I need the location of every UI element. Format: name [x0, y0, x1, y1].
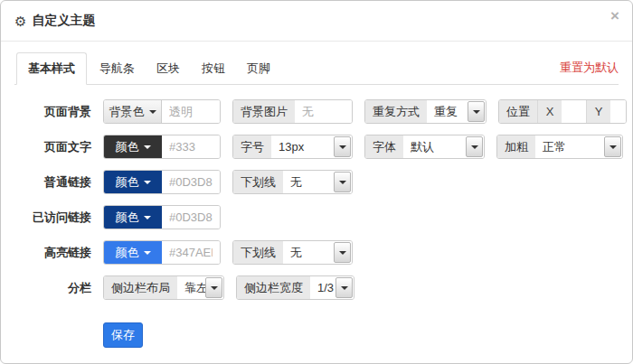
sidebar-width-addon: 侧边栏宽度	[237, 276, 310, 299]
font-family-group: 字体 默认	[364, 135, 485, 159]
highlight-link-color-dropdown-label: 颜色	[116, 245, 139, 261]
text-color-group: 颜色	[103, 135, 221, 159]
position-addon: 位置	[499, 100, 537, 123]
gear-icon: ⚙	[14, 14, 26, 28]
save-button[interactable]: 保存	[103, 322, 143, 348]
highlight-link-underline-select[interactable]: 无	[283, 241, 352, 264]
normal-link-underline-select[interactable]: 无	[283, 171, 352, 193]
sidebar-layout-addon: 侧边栏布局	[104, 276, 177, 299]
sidebar-layout-group: 侧边栏布局 靠左	[103, 275, 224, 300]
position-y-label: Y	[586, 100, 610, 123]
caret-down-icon[interactable]	[334, 172, 351, 192]
form-row-highlight-link: 高亮链接 颜色 下划线 无	[14, 240, 619, 265]
text-color-dropdown-button[interactable]: 颜色	[104, 135, 162, 158]
sidebar-layout-select[interactable]: 靠左	[177, 276, 223, 299]
sidebar-width-select[interactable]: 1/3	[310, 276, 354, 299]
font-size-addon: 字号	[233, 135, 271, 158]
highlight-link-color-dropdown-button[interactable]: 颜色	[104, 241, 162, 264]
bold-addon: 加粗	[497, 135, 535, 158]
dialog-header: ⚙ 自定义主题 ×	[1, 1, 632, 42]
caret-down-icon[interactable]	[468, 101, 485, 122]
tab-button[interactable]: 按钮	[193, 53, 234, 84]
bold-value: 正常	[543, 139, 566, 155]
normal-link-color-dropdown-label: 颜色	[116, 174, 139, 191]
page-text-label: 页面文字	[14, 139, 91, 155]
caret-down-icon	[144, 251, 151, 255]
caret-down-icon[interactable]	[334, 136, 351, 157]
tab-bar: 基本样式 导航条 区块 按钮 页脚 重置为默认	[14, 52, 619, 85]
visited-link-color-group: 颜色	[103, 205, 221, 229]
background-color-dropdown-label: 背景色	[109, 104, 145, 120]
tab-footer[interactable]: 页脚	[238, 53, 279, 84]
background-image-group: 背景图片	[232, 99, 353, 124]
caret-down-icon	[149, 110, 156, 114]
caret-down-icon	[144, 216, 151, 219]
visited-link-color-dropdown-button[interactable]: 颜色	[104, 206, 162, 229]
sidebar-width-value: 1/3	[317, 281, 334, 294]
caret-down-icon[interactable]	[604, 136, 621, 157]
dialog-title: 自定义主题	[32, 13, 95, 29]
form-row-columns: 分栏 侧边栏布局 靠左 侧边栏宽度 1/3	[14, 275, 619, 300]
background-image-input[interactable]	[295, 100, 352, 123]
repeat-mode-select[interactable]: 重复	[427, 100, 486, 123]
highlight-link-underline-group: 下划线 无	[232, 240, 353, 265]
normal-link-color-dropdown-button[interactable]: 颜色	[104, 171, 162, 193]
tab-block[interactable]: 区块	[147, 53, 189, 84]
background-color-input[interactable]	[162, 100, 220, 123]
sidebar-width-group: 侧边栏宽度 1/3	[236, 275, 354, 300]
basic-style-panel: 页面背景 背景色 背景图片 重复方式 重复 位置	[1, 85, 632, 348]
position-y-input[interactable]	[610, 100, 627, 123]
custom-theme-dialog: ⚙ 自定义主题 × 基本样式 导航条 区块 按钮 页脚 重置为默认 页面背景 背…	[0, 0, 633, 364]
visited-link-color-dropdown-label: 颜色	[116, 210, 139, 226]
bold-select[interactable]: 正常	[535, 135, 622, 158]
background-color-group: 背景色	[103, 99, 221, 124]
font-family-select[interactable]: 默认	[403, 135, 484, 158]
page-background-label: 页面背景	[14, 104, 91, 120]
background-color-dropdown-button[interactable]: 背景色	[104, 100, 162, 123]
close-icon[interactable]: ×	[610, 8, 619, 23]
font-size-select[interactable]: 13px	[271, 135, 352, 158]
visited-link-label: 已访问链接	[14, 210, 91, 226]
form-row-normal-link: 普通链接 颜色 下划线 无	[14, 170, 619, 194]
font-size-group: 字号 13px	[232, 135, 353, 159]
repeat-mode-value: 重复	[434, 104, 458, 120]
caret-down-icon[interactable]	[466, 136, 483, 157]
form-row-visited-link: 已访问链接 颜色	[14, 205, 619, 229]
bold-group: 加粗 正常	[496, 135, 623, 159]
repeat-mode-addon: 重复方式	[365, 100, 427, 123]
position-group: 位置 X Y	[498, 99, 627, 124]
background-image-addon: 背景图片	[233, 100, 295, 123]
caret-down-icon[interactable]	[205, 277, 222, 298]
normal-link-underline-group: 下划线 无	[232, 170, 353, 194]
tab-navbar[interactable]: 导航条	[90, 53, 144, 84]
columns-label: 分栏	[14, 280, 91, 296]
highlight-link-label: 高亮链接	[14, 245, 91, 261]
font-family-value: 默认	[411, 139, 434, 155]
highlight-link-color-group: 颜色	[103, 240, 221, 265]
caret-down-icon[interactable]	[335, 277, 353, 298]
form-row-page-background: 页面背景 背景色 背景图片 重复方式 重复 位置	[14, 99, 619, 124]
text-color-input[interactable]	[162, 135, 220, 158]
highlight-link-underline-value: 无	[290, 245, 302, 261]
underline-addon: 下划线	[233, 241, 283, 264]
tab-basic-style[interactable]: 基本样式	[16, 52, 87, 85]
caret-down-icon	[144, 145, 151, 149]
position-x-label: X	[537, 100, 562, 123]
position-x-input[interactable]	[562, 100, 586, 123]
normal-link-label: 普通链接	[14, 174, 91, 191]
text-color-dropdown-label: 颜色	[116, 139, 139, 155]
normal-link-underline-value: 无	[290, 174, 302, 191]
repeat-mode-group: 重复方式 重复	[364, 99, 487, 124]
underline-addon: 下划线	[233, 171, 283, 193]
normal-link-color-input[interactable]	[162, 171, 220, 193]
normal-link-color-group: 颜色	[103, 170, 221, 194]
font-size-value: 13px	[279, 140, 304, 154]
visited-link-color-input[interactable]	[162, 206, 220, 229]
caret-down-icon[interactable]	[334, 242, 351, 263]
font-family-addon: 字体	[365, 135, 403, 158]
reset-to-default-link[interactable]: 重置为默认	[560, 60, 619, 84]
caret-down-icon	[144, 181, 151, 184]
highlight-link-color-input[interactable]	[162, 241, 220, 264]
form-row-page-text: 页面文字 颜色 字号 13px 字体 默认	[14, 135, 619, 159]
